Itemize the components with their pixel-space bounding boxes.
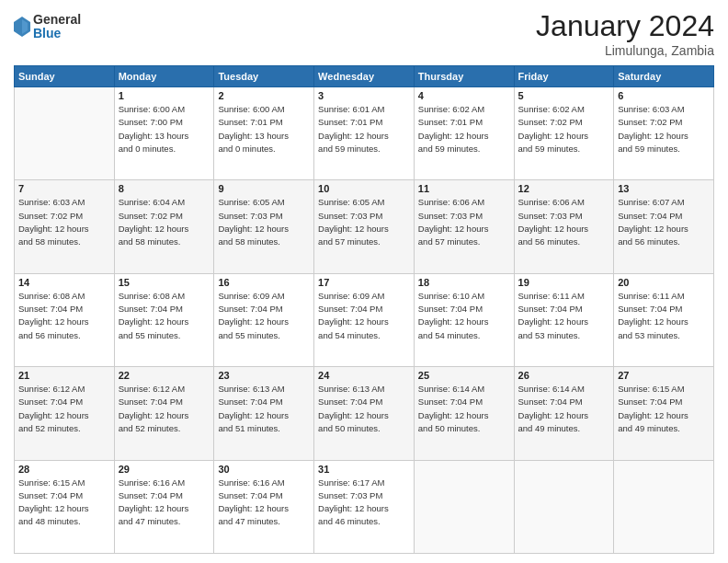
- table-row: 17Sunrise: 6:09 AMSunset: 7:04 PMDayligh…: [314, 273, 415, 366]
- day-number: 13: [618, 183, 710, 194]
- day-info: Sunrise: 6:16 AMSunset: 7:04 PMDaylight:…: [119, 477, 210, 529]
- table-row: 19Sunrise: 6:11 AMSunset: 7:04 PMDayligh…: [514, 273, 614, 366]
- day-info: Sunrise: 6:14 AMSunset: 7:04 PMDaylight:…: [418, 383, 510, 435]
- day-number: 17: [318, 277, 410, 288]
- logo-general-text: General: [33, 13, 81, 27]
- day-number: 4: [418, 90, 510, 101]
- day-number: 22: [119, 370, 210, 381]
- day-info: Sunrise: 6:02 AMSunset: 7:01 PMDaylight:…: [418, 103, 510, 155]
- table-row: 3Sunrise: 6:01 AMSunset: 7:01 PMDaylight…: [314, 87, 415, 180]
- day-number: 20: [618, 277, 710, 288]
- month-title: January 2024: [536, 9, 714, 43]
- logo-icon: [14, 17, 30, 37]
- day-number: 5: [518, 90, 610, 101]
- day-info: Sunrise: 6:12 AMSunset: 7:04 PMDaylight:…: [18, 383, 110, 435]
- table-row: 9Sunrise: 6:05 AMSunset: 7:03 PMDaylight…: [214, 180, 314, 273]
- day-number: 10: [318, 183, 410, 194]
- table-row: [15, 87, 115, 180]
- table-row: 12Sunrise: 6:06 AMSunset: 7:03 PMDayligh…: [514, 180, 614, 273]
- day-number: 23: [218, 370, 310, 381]
- table-row: 13Sunrise: 6:07 AMSunset: 7:04 PMDayligh…: [614, 180, 714, 273]
- table-row: [414, 460, 514, 553]
- title-block: January 2024 Limulunga, Zambia: [536, 9, 714, 58]
- day-info: Sunrise: 6:07 AMSunset: 7:04 PMDaylight:…: [618, 196, 710, 248]
- table-row: 28Sunrise: 6:15 AMSunset: 7:04 PMDayligh…: [15, 460, 115, 553]
- table-row: 5Sunrise: 6:02 AMSunset: 7:02 PMDaylight…: [514, 87, 614, 180]
- day-info: Sunrise: 6:15 AMSunset: 7:04 PMDaylight:…: [18, 477, 110, 529]
- table-row: 2Sunrise: 6:00 AMSunset: 7:01 PMDaylight…: [214, 87, 314, 180]
- day-number: 12: [518, 183, 610, 194]
- day-info: Sunrise: 6:06 AMSunset: 7:03 PMDaylight:…: [418, 196, 510, 248]
- table-row: 29Sunrise: 6:16 AMSunset: 7:04 PMDayligh…: [114, 460, 214, 553]
- day-number: 16: [218, 277, 310, 288]
- day-number: 19: [518, 277, 610, 288]
- day-number: 11: [418, 183, 510, 194]
- day-info: Sunrise: 6:13 AMSunset: 7:04 PMDaylight:…: [318, 383, 410, 435]
- table-row: [614, 460, 714, 553]
- header-saturday: Saturday: [614, 66, 714, 87]
- header-thursday: Thursday: [414, 66, 514, 87]
- day-number: 2: [218, 90, 310, 101]
- table-row: 14Sunrise: 6:08 AMSunset: 7:04 PMDayligh…: [15, 273, 115, 366]
- header-tuesday: Tuesday: [214, 66, 314, 87]
- table-row: 30Sunrise: 6:16 AMSunset: 7:04 PMDayligh…: [214, 460, 314, 553]
- table-row: 24Sunrise: 6:13 AMSunset: 7:04 PMDayligh…: [314, 367, 415, 460]
- header-monday: Monday: [114, 66, 214, 87]
- day-number: 3: [318, 90, 410, 101]
- day-info: Sunrise: 6:16 AMSunset: 7:04 PMDaylight:…: [218, 477, 310, 529]
- table-row: 31Sunrise: 6:17 AMSunset: 7:03 PMDayligh…: [314, 460, 415, 553]
- day-number: 14: [18, 277, 110, 288]
- logo-blue-text: Blue: [33, 27, 81, 40]
- page: General Blue January 2024 Limulunga, Zam…: [0, 0, 728, 563]
- day-info: Sunrise: 6:08 AMSunset: 7:04 PMDaylight:…: [119, 290, 210, 342]
- day-info: Sunrise: 6:13 AMSunset: 7:04 PMDaylight:…: [218, 383, 310, 435]
- day-info: Sunrise: 6:03 AMSunset: 7:02 PMDaylight:…: [618, 103, 710, 155]
- day-info: Sunrise: 6:08 AMSunset: 7:04 PMDaylight:…: [18, 290, 110, 342]
- day-info: Sunrise: 6:09 AMSunset: 7:04 PMDaylight:…: [318, 290, 410, 342]
- calendar-week-row: 28Sunrise: 6:15 AMSunset: 7:04 PMDayligh…: [15, 460, 714, 553]
- day-info: Sunrise: 6:02 AMSunset: 7:02 PMDaylight:…: [518, 103, 610, 155]
- day-info: Sunrise: 6:00 AMSunset: 7:00 PMDaylight:…: [119, 103, 210, 155]
- day-number: 1: [119, 90, 210, 101]
- header: General Blue January 2024 Limulunga, Zam…: [14, 9, 714, 58]
- weekday-header-row: Sunday Monday Tuesday Wednesday Thursday…: [15, 66, 714, 87]
- day-info: Sunrise: 6:11 AMSunset: 7:04 PMDaylight:…: [518, 290, 610, 342]
- calendar-week-row: 14Sunrise: 6:08 AMSunset: 7:04 PMDayligh…: [15, 273, 714, 366]
- day-number: 24: [318, 370, 410, 381]
- day-info: Sunrise: 6:05 AMSunset: 7:03 PMDaylight:…: [218, 196, 310, 248]
- table-row: 25Sunrise: 6:14 AMSunset: 7:04 PMDayligh…: [414, 367, 514, 460]
- table-row: 1Sunrise: 6:00 AMSunset: 7:00 PMDaylight…: [114, 87, 214, 180]
- table-row: 21Sunrise: 6:12 AMSunset: 7:04 PMDayligh…: [15, 367, 115, 460]
- day-info: Sunrise: 6:09 AMSunset: 7:04 PMDaylight:…: [218, 290, 310, 342]
- day-number: 8: [119, 183, 210, 194]
- day-info: Sunrise: 6:11 AMSunset: 7:04 PMDaylight:…: [618, 290, 710, 342]
- header-wednesday: Wednesday: [314, 66, 415, 87]
- table-row: 7Sunrise: 6:03 AMSunset: 7:02 PMDaylight…: [15, 180, 115, 273]
- table-row: 10Sunrise: 6:05 AMSunset: 7:03 PMDayligh…: [314, 180, 415, 273]
- day-info: Sunrise: 6:05 AMSunset: 7:03 PMDaylight:…: [318, 196, 410, 248]
- calendar-week-row: 21Sunrise: 6:12 AMSunset: 7:04 PMDayligh…: [15, 367, 714, 460]
- day-info: Sunrise: 6:03 AMSunset: 7:02 PMDaylight:…: [18, 196, 110, 248]
- table-row: 4Sunrise: 6:02 AMSunset: 7:01 PMDaylight…: [414, 87, 514, 180]
- day-info: Sunrise: 6:12 AMSunset: 7:04 PMDaylight:…: [119, 383, 210, 435]
- day-number: 21: [18, 370, 110, 381]
- table-row: [514, 460, 614, 553]
- day-number: 25: [418, 370, 510, 381]
- table-row: 23Sunrise: 6:13 AMSunset: 7:04 PMDayligh…: [214, 367, 314, 460]
- day-info: Sunrise: 6:04 AMSunset: 7:02 PMDaylight:…: [119, 196, 210, 248]
- table-row: 20Sunrise: 6:11 AMSunset: 7:04 PMDayligh…: [614, 273, 714, 366]
- table-row: 15Sunrise: 6:08 AMSunset: 7:04 PMDayligh…: [114, 273, 214, 366]
- logo-text: General Blue: [33, 13, 81, 41]
- day-number: 18: [418, 277, 510, 288]
- day-info: Sunrise: 6:01 AMSunset: 7:01 PMDaylight:…: [318, 103, 410, 155]
- calendar-week-row: 1Sunrise: 6:00 AMSunset: 7:00 PMDaylight…: [15, 87, 714, 180]
- day-number: 30: [218, 464, 310, 475]
- day-number: 28: [18, 464, 110, 475]
- table-row: 27Sunrise: 6:15 AMSunset: 7:04 PMDayligh…: [614, 367, 714, 460]
- table-row: 26Sunrise: 6:14 AMSunset: 7:04 PMDayligh…: [514, 367, 614, 460]
- day-number: 27: [618, 370, 710, 381]
- day-number: 9: [218, 183, 310, 194]
- calendar-table: Sunday Monday Tuesday Wednesday Thursday…: [14, 65, 714, 554]
- table-row: 22Sunrise: 6:12 AMSunset: 7:04 PMDayligh…: [114, 367, 214, 460]
- day-info: Sunrise: 6:06 AMSunset: 7:03 PMDaylight:…: [518, 196, 610, 248]
